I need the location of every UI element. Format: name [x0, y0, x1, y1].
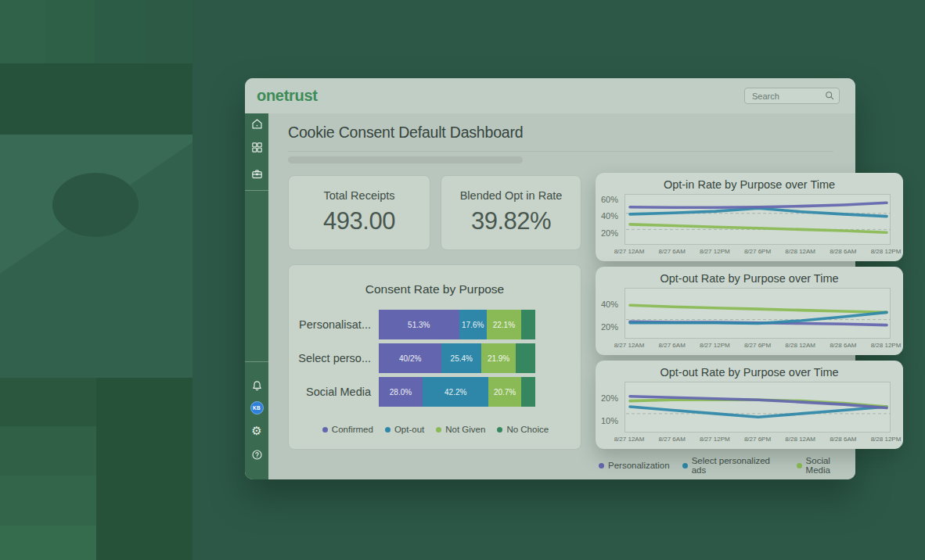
chart-plot-area[interactable] [624, 288, 891, 339]
sidebar: KB ⚙ [245, 113, 268, 479]
legend-dot [599, 463, 604, 468]
x-axis: 8/27 12AM8/27 6AM8/27 12PM8/27 6PM8/28 1… [624, 436, 891, 445]
line-series-social-media[interactable] [630, 224, 887, 232]
bar-track: 40/2%25.4%21.9% [379, 343, 535, 373]
stat-card-blended-opt-in: Blended Opt in Rate 39.82% [441, 175, 581, 250]
bar-segment-opt-out[interactable]: 25.4% [441, 343, 481, 373]
axis-tick-label: 8/28 6AM [830, 248, 856, 255]
axis-tick-label: 8/27 6AM [659, 436, 686, 443]
axis-tick-label: 10% [601, 416, 618, 425]
stat-label: Total Receipts [289, 189, 430, 202]
axis-tick-label: 8/27 12PM [700, 342, 730, 349]
chart-plot-area[interactable] [624, 382, 891, 433]
sidebar-item-profile[interactable]: KB [245, 397, 268, 418]
axis-tick-label: 40% [601, 300, 618, 309]
bar-segment-not-given[interactable]: 20.7% [488, 377, 520, 407]
axis-tick-label: 8/28 12AM [785, 248, 815, 255]
legend-item[interactable]: Opt-out [385, 425, 424, 434]
stat-card-total-receipts: Total Receipts 493.00 [288, 175, 430, 250]
legend-dot [322, 427, 328, 433]
axis-tick-label: 20% [601, 322, 618, 332]
bar-chart-legend: ConfirmedOpt-outNot GivenNo Choice [289, 425, 582, 434]
bar-segment-opt-out[interactable]: 17.6% [459, 310, 487, 339]
bar-track: 51.3%17.6%22.1% [379, 310, 535, 339]
search-box [744, 88, 840, 104]
axis-tick-label: 8/27 6PM [744, 436, 771, 443]
sidebar-item-briefcase[interactable] [245, 163, 268, 184]
sidebar-divider [245, 361, 268, 362]
chart-plot-area[interactable] [624, 194, 891, 245]
stat-value: 493.00 [289, 207, 430, 235]
background-shape [0, 63, 193, 135]
divider [288, 151, 833, 152]
legend-item[interactable]: Social Media [797, 456, 855, 475]
onetrust-logo[interactable]: onetrust [257, 87, 318, 105]
line-series-select-personalized-ads[interactable] [630, 407, 887, 417]
axis-tick-label: 60% [601, 195, 618, 204]
line-series-personalization[interactable] [630, 397, 887, 408]
legend-item[interactable]: No Choice [497, 425, 549, 434]
background-shape [0, 0, 45, 63]
axis-tick-label: 8/27 12AM [614, 436, 645, 443]
sidebar-item-apps[interactable] [245, 137, 268, 157]
y-axis: 60%40%20% [596, 194, 621, 245]
line-series-personalization[interactable] [630, 203, 887, 207]
chart-title: Opt-out Rate by Purpose over Time [596, 272, 903, 285]
gear-icon: ⚙ [251, 425, 261, 437]
stat-value: 39.82% [441, 207, 581, 235]
bar-chart-row: Select perso...40/2%25.4%21.9% [289, 343, 582, 373]
background-shape [0, 526, 96, 560]
axis-tick-label: 8/28 12PM [871, 342, 902, 349]
page-title: Cookie Consent Default Dashboard [288, 124, 523, 142]
legend-dot [797, 463, 802, 468]
opt-out-rate-chart-card: Opt-out Rate by Purpose over Time 40%20%… [596, 267, 903, 355]
background-shape [0, 426, 96, 476]
bar-segment-not-given[interactable]: 21.9% [481, 343, 516, 373]
apps-grid-icon [250, 141, 264, 154]
chart-title: Consent Rate by Purpose [289, 282, 581, 296]
line-series-social-media[interactable] [630, 305, 887, 312]
legend-item[interactable]: Confirmed [322, 425, 373, 434]
sidebar-divider [245, 190, 268, 191]
axis-tick-label: 8/27 12PM [700, 248, 730, 255]
bar-segment-no-choice[interactable] [516, 343, 535, 373]
axis-tick-label: 20% [601, 228, 618, 238]
bar-segment-no-choice[interactable] [521, 310, 535, 339]
bar-segment-no-choice[interactable] [521, 377, 535, 407]
legend-dot [436, 427, 441, 433]
consent-rate-chart-card: Consent Rate by Purpose Personalisat...5… [288, 264, 581, 450]
x-axis: 8/27 12AM8/27 6AM8/27 12PM8/27 6PM8/28 1… [624, 248, 891, 257]
axis-tick-label: 8/28 12AM [785, 342, 815, 349]
sidebar-item-settings[interactable]: ⚙ [245, 421, 268, 441]
opt-in-rate-chart-card: Opt-in Rate by Purpose over Time 60%40%2… [596, 173, 903, 261]
bar-segment-confirmed[interactable]: 28.0% [379, 377, 423, 407]
sidebar-item-notifications[interactable] [245, 375, 268, 396]
axis-tick-label: 8/28 6AM [830, 436, 856, 443]
chart-title: Opt-out Rate by Purpose over Time [596, 366, 903, 379]
bell-icon [250, 379, 264, 393]
axis-tick-label: 8/27 12PM [700, 436, 730, 443]
background-shape [146, 0, 193, 63]
bar-track: 28.0%42.2%20.7% [379, 377, 535, 407]
avatar: KB [250, 401, 264, 415]
line-series-select-personalized-ads[interactable] [630, 208, 887, 216]
bar-segment-opt-out[interactable]: 42.2% [423, 377, 488, 407]
sidebar-item-home[interactable] [245, 113, 268, 134]
legend-dot [385, 427, 391, 433]
legend-item[interactable]: Select personalized ads [682, 456, 784, 475]
bar-segment-confirmed[interactable]: 51.3% [379, 310, 459, 339]
search-icon [825, 91, 835, 101]
legend-item[interactable]: Not Given [436, 425, 485, 434]
background-shape [0, 476, 96, 526]
axis-tick-label: 8/28 12AM [785, 436, 815, 443]
opt-out-rate-chart-card-2: Opt-out Rate by Purpose over Time 20%10%… [596, 361, 903, 449]
bar-segment-confirmed[interactable]: 40/2% [379, 343, 441, 373]
sidebar-item-help[interactable] [245, 444, 268, 465]
legend-item[interactable]: Personalization [599, 461, 670, 470]
x-axis: 8/27 12AM8/27 6AM8/27 12PM8/27 6PM8/28 1… [624, 342, 891, 351]
axis-tick-label: 8/28 12PM [871, 436, 902, 443]
bar-chart-row: Social Media28.0%42.2%20.7% [289, 377, 582, 407]
axis-tick-label: 40% [601, 211, 618, 221]
briefcase-icon [250, 167, 264, 181]
bar-segment-not-given[interactable]: 22.1% [487, 310, 521, 339]
